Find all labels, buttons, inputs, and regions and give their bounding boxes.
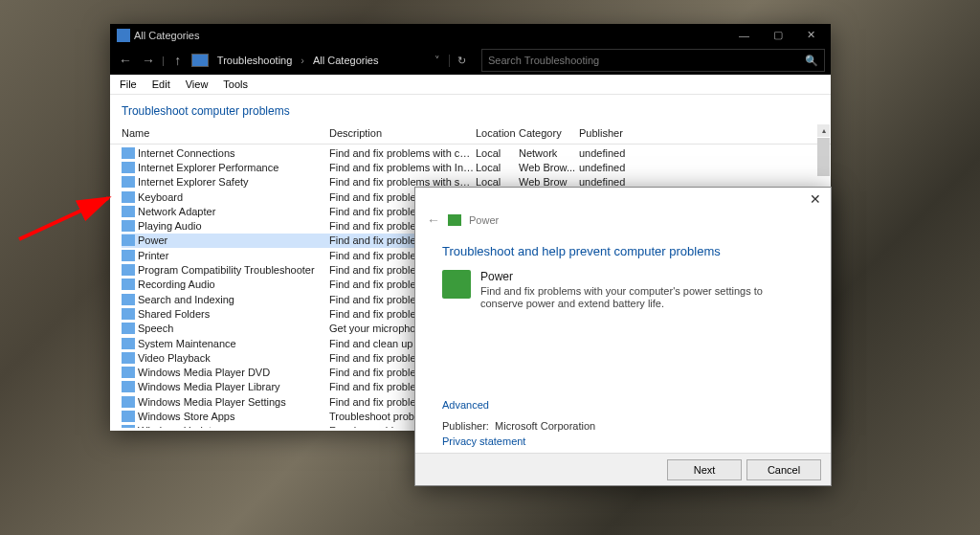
publisher-row: Publisher: Microsoft Corporation [442,420,595,432]
breadcrumb-item[interactable]: Troubleshooting [212,55,297,66]
item-name: Shared Folders [138,308,329,320]
close-icon[interactable]: ✕ [810,191,821,207]
list-item[interactable]: Internet ConnectionsFind and fix problem… [122,145,819,160]
dialog-nav-label: Power [469,214,499,226]
dialog-title: Troubleshoot and help prevent computer p… [415,231,831,270]
menu-bar: File Edit View Tools [110,75,831,95]
scrollbar[interactable] [817,138,830,176]
item-location: Local [476,147,519,159]
search-icon: 🔍 [805,55,818,67]
item-icon [122,234,135,246]
item-name: Windows Media Player Library [138,381,329,392]
search-placeholder: Search Troubleshooting [488,55,599,66]
item-name: Internet Connections [138,147,329,159]
item-name: Windows Update [138,425,329,428]
power-troubleshooter-dialog: ✕ ← Power Troubleshoot and help prevent … [414,187,832,486]
item-name: Video Playback [138,352,329,364]
item-name: Internet Explorer Performance [138,162,329,173]
item-icon [122,367,135,378]
item-name: Power [480,270,804,283]
refresh-icon[interactable]: ↻ [449,55,474,67]
menu-edit[interactable]: Edit [145,77,177,92]
chevron-right-icon: › [301,55,304,66]
forward-icon[interactable]: → [139,49,158,72]
item-name: Windows Media Player DVD [138,367,329,378]
item-name: Speech [138,323,329,334]
menu-file[interactable]: File [113,77,144,92]
col-publisher[interactable]: Publisher [579,127,639,139]
window-title: All Categories [134,30,727,41]
item-category: Web Brow... [519,162,579,173]
page-heading: Troubleshoot computer problems [110,95,831,123]
item-name: System Maintenance [138,338,329,349]
item-icon [122,162,135,173]
item-publisher: undefined [579,162,639,173]
item-name: Printer [138,250,329,261]
item-name: Playing Audio [138,220,329,232]
minimize-button[interactable]: — [727,24,761,46]
svg-line-0 [19,198,108,239]
item-icon [122,206,135,217]
item-name: Network Adapter [138,206,329,217]
search-input[interactable]: Search Troubleshooting 🔍 [481,49,825,72]
titlebar[interactable]: All Categories — ▢ ✕ [110,24,831,46]
item-icon [122,191,135,203]
col-description[interactable]: Description [329,127,476,139]
item-icon [122,176,135,188]
col-location[interactable]: Location [476,127,519,139]
up-icon[interactable]: ↑ [168,49,188,72]
breadcrumb-item[interactable]: All Categories [308,55,383,66]
item-category: Network [519,147,579,159]
item-location: Local [476,162,519,173]
advanced-link[interactable]: Advanced [442,399,489,411]
navbar: ← → | ↑ Troubleshooting › All Categories… [110,46,831,75]
item-name: Recording Audio [138,279,329,290]
menu-view[interactable]: View [179,77,215,92]
item-icon [122,323,135,334]
list-item[interactable]: Internet Explorer PerformanceFind and fi… [122,160,819,174]
back-icon[interactable]: ← [116,49,135,72]
item-name: Program Compatibility Troubleshooter [138,264,329,276]
item-icon [122,147,135,159]
item-description: Find and fix problems with your computer… [480,285,804,310]
item-icon [122,279,135,290]
cancel-button[interactable]: Cancel [746,459,821,480]
item-icon [122,411,135,422]
item-name: Windows Store Apps [138,411,329,422]
item-icon [122,338,135,349]
maximize-button[interactable]: ▢ [761,24,794,46]
item-icon [122,381,135,392]
next-button[interactable]: Next [667,459,742,480]
chevron-down-icon[interactable]: ˅ [430,55,445,67]
power-large-icon [442,270,471,299]
item-icon [122,250,135,261]
column-headers: Name Description Location Category Publi… [110,123,831,145]
item-icon [122,425,135,428]
power-icon [448,214,461,226]
item-name: Internet Explorer Safety [138,176,329,188]
item-name: Keyboard [138,191,329,203]
breadcrumb-icon[interactable] [191,54,209,67]
item-publisher: undefined [579,147,639,159]
privacy-link[interactable]: Privacy statement [442,435,525,447]
item-desc: Find and fix problems with conne... [329,147,476,159]
back-icon[interactable]: ← [427,212,440,228]
item-icon [122,396,135,408]
item-icon [122,264,135,276]
item-icon [122,352,135,364]
col-name[interactable]: Name [122,127,329,139]
item-icon [122,220,135,232]
app-icon [117,29,130,42]
item-desc: Find and fix problems with Intern... [329,162,476,173]
item-icon [122,294,135,305]
col-category[interactable]: Category [519,127,579,139]
menu-tools[interactable]: Tools [216,77,255,92]
item-name: Power [138,234,329,246]
item-name: Search and Indexing [138,294,329,305]
annotation-arrow [14,187,119,244]
item-name: Windows Media Player Settings [138,396,329,408]
scroll-up-icon[interactable]: ▴ [817,124,830,137]
close-button[interactable]: ✕ [794,24,828,46]
item-icon [122,308,135,320]
